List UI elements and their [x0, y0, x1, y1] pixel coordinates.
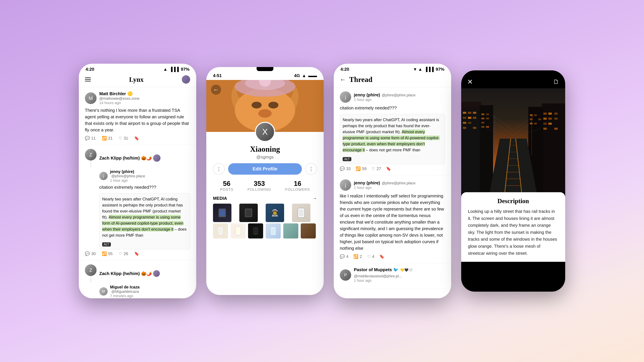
thread2-repost-btn[interactable]: 🔁 2: [353, 254, 362, 259]
media-thumb-3[interactable]: 👨‍🚀: [266, 204, 284, 222]
thread3-author-row: Pastor of Muppets 🐦 💛🖤🤍 @middleclasstool…: [354, 267, 445, 278]
post1-avatar: M: [85, 92, 96, 104]
user-avatar[interactable]: [182, 75, 190, 84]
thread1-actions: 💬 33 🔁 59 ♡ 27 🔖: [340, 166, 445, 171]
posts-label: POSTS: [220, 187, 234, 192]
thread-title: Thread: [349, 75, 372, 84]
post1-repost-btn[interactable]: 🔁 21: [102, 136, 113, 141]
sub-handle: @phire@phire.place: [111, 174, 145, 178]
thread3-time: 1 hour ago: [354, 278, 445, 283]
media-label: MEDIA: [213, 196, 227, 201]
media-thumb-8[interactable]: [266, 223, 281, 239]
following-label: FOLLOWING: [248, 187, 271, 192]
description-title: Description: [468, 197, 558, 205]
sub3-meta: Miguel de Icaza @MigueldeIcaza 7 minutes…: [110, 285, 140, 298]
post2-like-btn[interactable]: ♡ 26: [118, 251, 128, 256]
menu-line3: [85, 81, 91, 81]
svg-rect-32: [463, 117, 466, 119]
media-thumb-1[interactable]: [213, 204, 232, 222]
battery-icon: 97%: [181, 67, 190, 72]
doc-icon[interactable]: 🗋: [553, 78, 559, 85]
phone-profile: 4:51 4G ▲ ▬▬: [206, 67, 324, 295]
thread2-bookmark-btn[interactable]: 🔖: [379, 254, 384, 259]
back-button-thread[interactable]: ←: [340, 76, 346, 83]
thread2-author-row: jenny (phire) @phire@phire.place: [354, 180, 416, 186]
svg-rect-18: [218, 228, 223, 234]
media-thumb-9[interactable]: [283, 223, 298, 239]
repost-icon2: 🔁: [102, 251, 107, 256]
thread1-like-btn[interactable]: ♡ 27: [372, 166, 381, 171]
thread2-comment-btn[interactable]: 💬 4: [340, 254, 348, 259]
svg-rect-34: [473, 117, 476, 119]
wifi-icon-p2: ▲: [302, 73, 306, 78]
media-thumb-6[interactable]: [230, 223, 246, 239]
stat-posts: 56 POSTS: [220, 180, 234, 192]
post1-likes: 31: [124, 136, 128, 141]
profile-actions-row: ⋮ Edit Profile ⋮: [213, 163, 317, 175]
bookmark-icon-t1: 🔖: [386, 166, 391, 171]
svg-point-7: [258, 109, 272, 118]
thread1-pre-text: citation extremely needed???: [340, 105, 445, 111]
phone-thread: 4:20 ▾ ▲ ▐▐▐ 97% ← Thread j jenny (phire…: [334, 64, 451, 298]
thread1-comment-btn[interactable]: 💬 33: [340, 166, 351, 171]
dots-icon-right: ⋮: [309, 166, 314, 172]
thread2-like-btn[interactable]: ♡ 4: [367, 254, 374, 259]
edit-profile-button[interactable]: Edit Profile: [228, 163, 302, 175]
thread1-bookmark-btn[interactable]: 🔖: [386, 166, 391, 171]
post1-time: 14 hours ago: [99, 101, 190, 105]
post2-repost-btn[interactable]: 🔁 55: [102, 251, 113, 256]
repost-icon-t2: 🔁: [353, 254, 358, 259]
post1-like-btn[interactable]: ♡ 31: [118, 136, 128, 141]
media-thumb-2[interactable]: [239, 204, 258, 222]
post2-bookmark-btn[interactable]: 🔖: [134, 251, 139, 256]
back-button-profile[interactable]: ←: [211, 85, 221, 95]
svg-rect-62: [538, 118, 541, 120]
profile-stats: 56 POSTS 353 FOLLOWING 16 FOLLOWERS: [213, 180, 317, 192]
svg-rect-20: [236, 228, 240, 234]
post1-actions: 💬 11 🔁 21 ♡ 31 🔖: [85, 136, 190, 141]
media-thumb-4[interactable]: [292, 204, 310, 222]
menu-icon[interactable]: [85, 77, 91, 81]
thread1-meta: jenny (phire) @phire@phire.place 1 hour …: [354, 92, 416, 102]
profile-body: Xiaoning @sgmgs ⋮ Edit Profile ⋮ 56 POST…: [206, 142, 324, 244]
profile-more-left-btn[interactable]: ⋮: [213, 163, 225, 175]
close-button[interactable]: ✕: [467, 78, 473, 86]
svg-rect-60: [534, 114, 537, 116]
post2-comment-btn[interactable]: 💬 30: [85, 251, 96, 256]
post1-comment-btn[interactable]: 💬 11: [85, 136, 96, 141]
svg-rect-49: [548, 113, 552, 115]
media-grid-row1: 👨‍🚀: [213, 204, 317, 222]
description-card: Description Looking up a hilly street th…: [461, 192, 565, 262]
thread-post-3: P Pastor of Muppets 🐦 💛🖤🤍 @middleclassto…: [334, 263, 451, 289]
wifi-icon-p3: ▲: [418, 67, 422, 72]
status-bar-phone1: 4:20 ▲ ▐▐▐ 97%: [79, 64, 196, 73]
thread1-author: jenny (phire): [354, 92, 380, 97]
thread1-repost-btn[interactable]: 🔁 59: [356, 166, 366, 171]
status-icons-p1: ▲ ▐▐▐ 97%: [163, 67, 190, 72]
media-thumb-7[interactable]: [248, 223, 263, 239]
media-thumb-5[interactable]: [213, 223, 228, 239]
svg-rect-33: [468, 117, 471, 119]
thread3-author: Pastor of Muppets 🐦: [354, 267, 398, 272]
svg-rect-55: [548, 123, 552, 125]
profile-avatar: X: [255, 122, 275, 142]
post2-meta: Zach Klipp (he/him) 🎃🌶️: [99, 154, 190, 162]
thread3-hearts: 💛🖤🤍: [400, 268, 413, 272]
svg-rect-46: [486, 126, 489, 128]
battery-icon-p2: ▬▬: [308, 73, 317, 78]
svg-rect-25: [271, 228, 276, 234]
thread2-reposts: 2: [360, 254, 362, 259]
sub-time: 1 hour ago: [110, 178, 145, 183]
profile-handle: @sgmgs: [213, 155, 317, 160]
description-text: Looking up a hilly street that has rail …: [468, 208, 558, 257]
stat-followers: 16 FOLLOWERS: [285, 180, 310, 192]
post1-bookmark-btn[interactable]: 🔖: [134, 136, 139, 141]
wifi-icon: ▲: [163, 67, 168, 72]
profile-more-right-btn[interactable]: ⋮: [305, 163, 317, 175]
thread2-handle: @phire@phire.place: [382, 181, 416, 185]
media-arrow[interactable]: →: [312, 196, 317, 201]
post1-comments: 11: [91, 136, 96, 141]
media-thumb-10[interactable]: [301, 223, 316, 239]
alt-badge: ALT: [102, 242, 111, 247]
thread2-actions: 💬 4 🔁 2 ♡ 4 🔖: [340, 254, 445, 259]
